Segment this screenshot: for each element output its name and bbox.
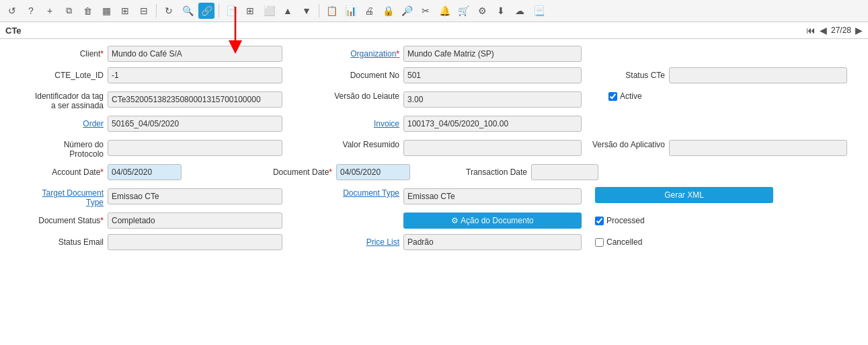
target-document-type-label: Target Document Type — [42, 188, 104, 207]
identificador-label: Identificador da tag a ser assinada — [13, 91, 104, 110]
versao-aplicativo-input[interactable] — [669, 140, 847, 156]
scissors-button[interactable]: ✂ — [418, 3, 434, 19]
doc-button[interactable]: 📄 — [223, 3, 239, 19]
copy-button[interactable]: ⧉ — [61, 3, 77, 19]
cte-lote-input[interactable] — [108, 67, 282, 83]
cart-button[interactable]: 🛒 — [455, 3, 471, 19]
bell-button[interactable]: 🔔 — [436, 3, 452, 19]
price-list-label[interactable]: Price List — [366, 237, 399, 247]
nav-right: ⏮ ◀ 27/28 ▶ — [806, 25, 863, 36]
row-client-org: Client Organization — [13, 46, 855, 62]
cte-lote-label: CTE_Lote_ID — [54, 71, 104, 80]
processed-checkbox[interactable] — [595, 217, 604, 225]
transaction-date-input[interactable] — [531, 164, 598, 180]
toolbar: ↺ ? + ⧉ 🗑 ▦ ⊞ ⊟ ↻ 🔍 🔗 📄 ⊞ ⬜ ▲ ▼ 📋 📊 🖨 🔒 … — [0, 0, 868, 22]
cloud-button[interactable]: ☁ — [512, 3, 528, 19]
active-checkbox[interactable] — [608, 92, 617, 101]
cancelled-checkbox[interactable] — [595, 238, 604, 247]
delete-button[interactable]: 🗑 — [79, 3, 95, 19]
separator1 — [156, 4, 157, 17]
prev-page-button[interactable]: ◀ — [820, 25, 827, 36]
help-button[interactable]: ? — [23, 3, 39, 19]
down-button[interactable]: ▼ — [299, 3, 315, 19]
row-dates: Account Date Document Date Transaction D… — [13, 164, 855, 180]
split-button[interactable]: ⬜ — [261, 3, 277, 19]
document-type-input[interactable] — [403, 188, 582, 204]
document-no-label: Document No — [350, 71, 399, 80]
next-page-button[interactable]: ▶ — [855, 25, 863, 36]
nav-title: CTe — [5, 26, 22, 36]
document-type-label[interactable]: Document Type — [343, 188, 399, 198]
versao-leiaute-input[interactable] — [403, 91, 582, 108]
row-target-doc: Target Document Type Document Type Gerar… — [13, 186, 855, 207]
organization-label[interactable]: Organization — [350, 49, 399, 59]
row-status-email: Status Email Price List Cancelled — [13, 234, 855, 250]
price-list-input[interactable] — [403, 234, 582, 250]
row-lote-doc: CTE_Lote_ID Document No Status CTe — [13, 67, 855, 83]
grid1-button[interactable]: ▦ — [98, 3, 114, 19]
row-doc-status: Document Status ⚙ Ação do Documento Proc… — [13, 213, 855, 229]
undo-button[interactable]: ↺ — [4, 3, 20, 19]
cancelled-label: Cancelled — [606, 237, 642, 247]
order-label[interactable]: Order — [83, 119, 104, 128]
transaction-date-label: Transaction Date — [466, 167, 527, 177]
cancelled-group: Cancelled — [582, 237, 642, 247]
refresh-button[interactable]: ↻ — [161, 3, 177, 19]
chart-button[interactable]: 📊 — [342, 3, 358, 19]
document-no-input[interactable] — [403, 67, 582, 83]
active-group: Active — [582, 89, 642, 101]
document-status-label: Document Status — [38, 216, 104, 225]
status-cte-input[interactable] — [669, 67, 847, 83]
nav-bar: CTe ⏮ ◀ 27/28 ▶ — [0, 22, 868, 39]
main-form: Client Organization CTE_Lote_ID Document… — [0, 39, 868, 262]
gerar-xml-button[interactable]: Gerar XML — [595, 187, 773, 203]
row-protocolo: Número do Protocolo Valor Resumido Versã… — [13, 137, 855, 159]
client-input[interactable] — [108, 46, 282, 62]
first-page-button[interactable]: ⏮ — [806, 25, 816, 36]
download-button[interactable]: ⬇ — [493, 3, 509, 19]
up-button[interactable]: ▲ — [280, 3, 296, 19]
page-indicator: 27/28 — [831, 26, 851, 35]
client-label: Client — [80, 49, 104, 59]
status-email-input[interactable] — [108, 234, 282, 250]
target-document-type-input[interactable] — [108, 188, 282, 204]
valor-resumido-label: Valor Resumido — [343, 140, 399, 149]
order-input[interactable] — [108, 116, 282, 132]
print-button[interactable]: 🖨 — [361, 3, 377, 19]
zoom-button[interactable]: 🔎 — [399, 3, 415, 19]
search-button[interactable]: 🔍 — [180, 3, 196, 19]
invoice-label[interactable]: Invoice — [374, 119, 399, 128]
row-order-invoice: Order Invoice — [13, 116, 855, 132]
row-identificador: Identificador da tag a ser assinada Vers… — [13, 89, 855, 110]
identificador-input[interactable] — [108, 91, 282, 108]
gear-button[interactable]: ⚙ — [474, 3, 490, 19]
grid2-button[interactable]: ⊞ — [117, 3, 133, 19]
valor-resumido-input[interactable] — [403, 140, 582, 156]
active-label: Active — [620, 91, 642, 101]
account-date-input[interactable] — [108, 164, 182, 180]
table-button[interactable]: ⊞ — [242, 3, 258, 19]
new-button[interactable]: + — [42, 3, 58, 19]
report-button[interactable]: 📋 — [323, 3, 340, 19]
document-date-label: Document Date — [273, 167, 332, 177]
document-status-input[interactable] — [108, 213, 282, 229]
versao-aplicativo-label: Versão do Aplicativo — [592, 140, 665, 149]
separator3 — [319, 4, 319, 17]
processed-group: Processed — [582, 216, 645, 225]
numero-protocolo-input[interactable] — [108, 140, 282, 156]
invoice-input[interactable] — [403, 116, 582, 132]
account-date-label: Account Date — [52, 167, 104, 177]
separator2 — [219, 4, 219, 17]
document-date-input[interactable] — [336, 164, 410, 180]
link-button[interactable]: 🔗 — [198, 3, 214, 19]
numero-protocolo-label: Número do Protocolo — [64, 140, 104, 159]
versao-leiaute-label: Versão do Leiaute — [334, 91, 399, 101]
processed-label: Processed — [606, 216, 645, 225]
status-cte-label: Status CTe — [625, 71, 665, 80]
lock-button[interactable]: 🔒 — [380, 3, 396, 19]
status-email-label: Status Email — [58, 237, 104, 247]
file-button[interactable]: 📃 — [530, 3, 547, 19]
new2-button[interactable]: ⊟ — [136, 3, 152, 19]
acao-documento-button[interactable]: ⚙ Ação do Documento — [403, 213, 582, 229]
organization-input[interactable] — [403, 46, 582, 62]
